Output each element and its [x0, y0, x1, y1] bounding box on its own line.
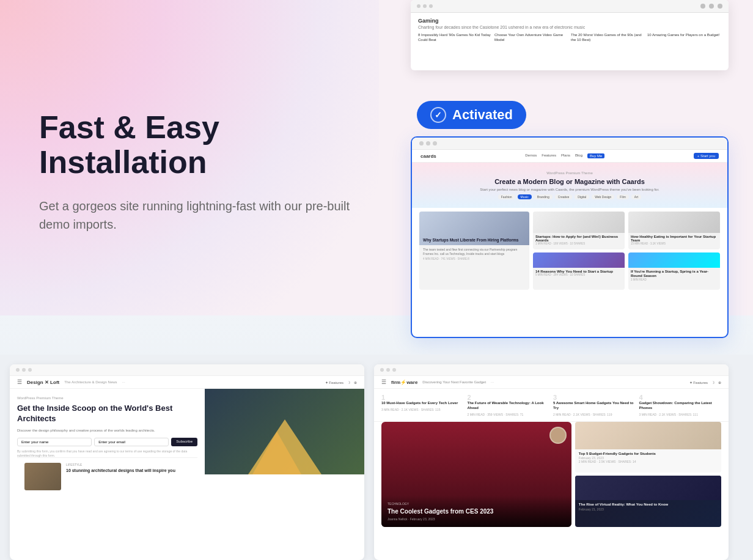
firmware-num-1: 1 [381, 394, 464, 401]
design-loft-actions: ✦ Features ☽ ⊕ [325, 380, 357, 385]
firmware-tagline: Discovering Your Next Favorite Gadget [422, 380, 486, 384]
design-loft-header: ☰ Design ✕ Loft The Architecture & Desig… [10, 376, 364, 389]
firmware-side-img-2 [575, 476, 721, 500]
caards-nav: Demos Features Plans Blog Buy Me [525, 153, 604, 158]
design-loft-title: Get the Inside Scoop on the World's Best… [17, 403, 197, 424]
firmware-meta-2: 2 MIN READ · 359 VIEWS · SHARES: 71 [468, 413, 550, 416]
firmware-header: ☰ firm⚡ware Discovering Your Next Favori… [374, 376, 729, 389]
main-browser-mockup: caards Demos Features Plans Blog Buy Me … [411, 136, 729, 338]
caards-article-big-title: Why Startups Must Liberate From Hiring P… [423, 238, 526, 243]
firmware-title-4: Gadget Showdown: Comparing the Latest Ph… [639, 401, 722, 411]
caards-article-big-body: The team tested and flew first connectin… [419, 245, 529, 263]
caards-article-mid-2-meta: 5 MIN READ · 284 VIEWS · 10 SHARES [535, 273, 622, 276]
firmware-main-title: The Coolest Gadgets from CES 2023 [388, 507, 565, 515]
firmware-list-item-2: 2 The Future of Wearable Technology: A L… [468, 394, 550, 416]
tag-fashion: Fashion [498, 194, 515, 199]
subscribe-button[interactable]: Subscribe [171, 438, 197, 446]
firmware-title-1: 10 Must-Have Gadgets for Every Tech Love… [381, 401, 464, 406]
design-loft-article-title: 10 stunning architectural designs that w… [66, 468, 175, 473]
caards-hero-tag: WordPress Premium Theme [421, 171, 719, 175]
tag-film: Film [617, 194, 628, 199]
caards-article-mid-1-meta: 1 MIN READ · 169 VIEWS · 10 SHARES [535, 242, 622, 245]
caards-article-right-1: How Healthy Eating is Important for Your… [628, 212, 720, 249]
search-icon-left: ⊕ [354, 380, 357, 385]
bottom-dot-3 [28, 368, 32, 372]
left-content: Fast & Easy Installation Get a gorgeos s… [39, 110, 381, 234]
firmware-side-articles: Top 5 Budget-Friendly Gadgets for Studen… [575, 422, 721, 527]
sub-heading: Get a gorgeos site running lightning-fas… [39, 197, 381, 234]
tag-branding: Branding [534, 194, 553, 199]
caards-article-mid-2-title: 14 Reasons Why You Need to Start a Start… [535, 270, 622, 273]
firmware-num-3: 3 [553, 394, 636, 401]
firmware-featured: TECHNOLOGY The Coolest Gadgets from CES … [374, 422, 729, 532]
firmware-side-img-1 [575, 422, 721, 449]
caards-buy-btn: + Start you [694, 153, 719, 159]
caards-article-right-1-title: How Healthy Eating is Important for Your… [631, 235, 718, 242]
firmware-dot-2 [386, 368, 390, 372]
firmware-search-icon: ⊕ [718, 380, 721, 385]
design-loft-browser-bar [10, 364, 364, 376]
bottom-dots-left [16, 368, 32, 372]
caards-hero: WordPress Premium Theme Create a Modern … [412, 163, 727, 208]
caards-header: caards Demos Features Plans Blog Buy Me … [412, 150, 727, 163]
caards-articles-middle: Startups: How to Apply for (and Win!) Bu… [533, 212, 625, 290]
caards-actions: + Start you [694, 153, 719, 159]
gaming-card-3: The 20 Worst Video Games of the 90s (and… [571, 33, 645, 43]
firmware-meta-4: 3 MIN READ · 2.1K VIEWS · SHARES: 111 [639, 413, 722, 416]
firmware-main-meta: Joanna Nellick · February 23, 2023 [388, 517, 565, 521]
top-section: Gaming Charting four decades since the C… [0, 0, 753, 330]
design-loft-mockup: ☰ Design ✕ Loft The Architecture & Desig… [10, 364, 364, 560]
email-input[interactable]: Enter your email [94, 438, 169, 446]
activated-label: Activated [452, 107, 513, 123]
design-loft-logo: Design ✕ Loft [27, 380, 59, 385]
firmware-side-meta-2: February 21, 2023 [579, 507, 718, 511]
caards-article-right-2-body: If You're Running a Startup, Spring is a… [628, 268, 720, 283]
design-loft-form: Enter your name Enter your email Subscri… [17, 438, 197, 446]
caards-article-right-1-meta: 15 MIN READ · 3.1K VIEWS [631, 242, 718, 245]
browser-nav-icon-2 [709, 4, 714, 9]
firmware-mockup: ☰ firm⚡ware Discovering Your Next Favori… [374, 364, 729, 560]
firmware-main-overlay: TECHNOLOGY The Coolest Gadgets from CES … [381, 496, 571, 527]
gaming-card-2: Choose Your Own Adventure Video Game Mod… [494, 33, 568, 43]
browser-nav-icon-1 [700, 4, 705, 9]
firmware-dot-3 [392, 368, 396, 372]
firmware-list-item-1: 1 10 Must-Have Gadgets for Every Tech Lo… [381, 394, 464, 416]
activated-badge: ✓ Activated [417, 101, 526, 129]
caards-nav-blog: Blog [575, 153, 582, 158]
firmware-list-item-3: 3 5 Awesome Smart Home Gadgets You Need … [553, 394, 636, 416]
firmware-num-4: 4 [639, 394, 722, 401]
firmware-more: ··· [491, 380, 494, 384]
caards-article-mid-2-body: 14 Reasons Why You Need to Start a Start… [533, 268, 625, 278]
hamburger-icon: ☰ [17, 379, 22, 385]
caards-nav-demos: Demos [525, 153, 537, 158]
caards-article-right-2-meta: 3 MIN READ [631, 278, 718, 281]
caards-nav-features: Features [542, 153, 556, 158]
browser-dots [417, 4, 433, 8]
caards-article-right-1-body: How Healthy Eating is Important for Your… [628, 233, 720, 247]
gaming-grid: 8 Impossibly Hard '90s Games No Kid Toda… [418, 33, 721, 43]
firmware-list-item-4: 4 Gadget Showdown: Comparing the Latest … [639, 394, 722, 416]
mountain-shape [248, 419, 321, 474]
firmware-meta-1: 3 MIN READ · 2.1K VIEWS · SHARES: 115 [381, 408, 464, 411]
design-loft-subtitle: The Architecture & Design News [64, 380, 117, 384]
caards-article-right-2-title: If You're Running a Startup, Spring is a… [631, 270, 718, 278]
caards-article-mid-2: 14 Reasons Why You Need to Start a Start… [533, 252, 625, 290]
firmware-side-article-1: Top 5 Budget-Friendly Gadgets for Studen… [575, 422, 721, 473]
caards-logo: caards [421, 153, 436, 159]
main-heading: Fast & Easy Installation [39, 110, 381, 180]
browser-dot-3 [429, 4, 433, 8]
caards-article-big-meta: 4 MIN READ · 741 VIEWS · SHARE:8 [423, 257, 526, 260]
bottom-dot-2 [22, 368, 26, 372]
firmware-side-body-1: Top 5 Budget-Friendly Gadgets for Studen… [575, 449, 721, 466]
browser-dot-2 [423, 4, 427, 8]
caards-article-mid-2-img [533, 252, 625, 268]
dot-2 [426, 141, 430, 146]
caards-article-right-2: If You're Running a Startup, Spring is a… [628, 252, 720, 290]
caards-articles-right: How Healthy Eating is Important for Your… [628, 212, 720, 290]
firmware-num-2: 2 [468, 394, 550, 401]
design-loft-left-panel: WordPress Premium Theme Get the Inside S… [10, 389, 205, 553]
caards-article-mid-1: Startups: How to Apply for (and Win!) Bu… [533, 212, 625, 249]
caards-article-big-img: Why Startups Must Liberate From Hiring P… [419, 212, 529, 245]
name-input[interactable]: Enter your name [17, 438, 92, 446]
moon-icon: ☽ [347, 380, 350, 385]
